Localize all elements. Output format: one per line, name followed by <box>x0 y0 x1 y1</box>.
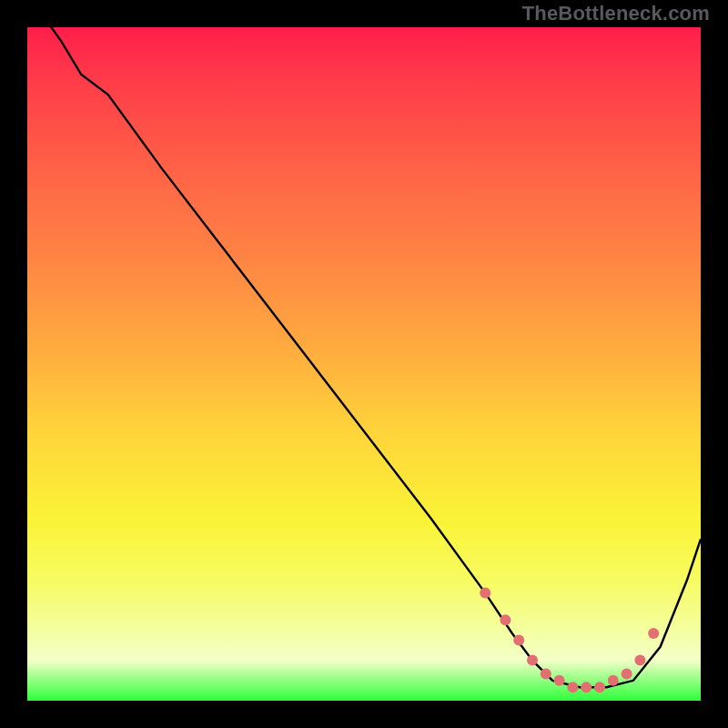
optimal-marker-dot <box>608 675 619 686</box>
chart-frame: TheBottleneck.com <box>0 0 728 728</box>
optimal-range-markers <box>480 588 659 693</box>
optimal-marker-dot <box>648 628 659 639</box>
optimal-marker-dot <box>622 668 632 679</box>
optimal-marker-dot <box>513 634 524 645</box>
optimal-marker-dot <box>634 655 645 666</box>
plot-area <box>27 27 701 701</box>
optimal-marker-dot <box>527 655 538 666</box>
optimal-marker-dot <box>567 682 578 693</box>
optimal-marker-dot <box>500 614 511 625</box>
optimal-marker-dot <box>541 668 551 679</box>
optimal-marker-dot <box>594 682 605 693</box>
optimal-marker-dot <box>581 682 592 693</box>
optimal-marker-dot <box>554 675 565 686</box>
optimal-markers-svg <box>27 27 701 701</box>
branding-watermark: TheBottleneck.com <box>522 2 710 25</box>
optimal-marker-dot <box>480 588 490 599</box>
